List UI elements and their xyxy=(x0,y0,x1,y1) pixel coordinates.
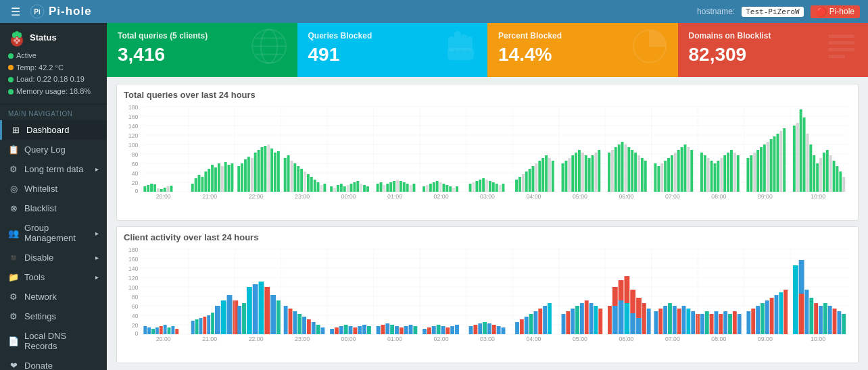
svg-rect-412 xyxy=(819,306,823,334)
svg-rect-156 xyxy=(571,155,574,192)
svg-rect-155 xyxy=(568,158,571,192)
sidebar-item-long-term[interactable]: ⚙ Long term data ▸ xyxy=(0,159,107,179)
svg-rect-375 xyxy=(636,318,642,334)
svg-rect-189 xyxy=(700,153,703,192)
svg-rect-50 xyxy=(153,184,156,192)
svg-rect-143 xyxy=(522,174,525,192)
svg-rect-195 xyxy=(720,158,723,192)
svg-text:60: 60 xyxy=(132,161,139,167)
svg-rect-280 xyxy=(151,329,155,334)
svg-rect-177 xyxy=(654,163,657,192)
svg-rect-76 xyxy=(260,147,263,192)
sidebar-item-whitelist[interactable]: ◎ Whitelist xyxy=(0,179,107,199)
svg-rect-60 xyxy=(204,171,207,192)
svg-rect-118 xyxy=(412,184,415,192)
svg-rect-152 xyxy=(552,161,554,192)
svg-rect-366 xyxy=(612,287,618,306)
svg-rect-77 xyxy=(264,146,266,192)
sidebar-item-donate[interactable]: ❤ Donate xyxy=(0,356,107,370)
sidebar-item-blacklist[interactable]: ⊗ Blacklist xyxy=(0,199,107,218)
svg-rect-166 xyxy=(611,150,614,192)
svg-rect-186 xyxy=(684,144,687,192)
svg-text:140: 140 xyxy=(128,123,139,130)
svg-rect-172 xyxy=(631,150,633,192)
sidebar-item-tools[interactable]: 📁 Tools ▸ xyxy=(0,267,107,287)
svg-rect-55 xyxy=(170,186,172,192)
tools-icon: 📁 xyxy=(8,272,19,282)
sidebar-item-network[interactable]: ⚙ Network xyxy=(0,287,107,307)
svg-rect-173 xyxy=(634,153,637,192)
svg-rect-174 xyxy=(637,155,640,192)
svg-rect-71 xyxy=(244,159,247,192)
svg-rect-202 xyxy=(750,155,752,192)
svg-rect-359 xyxy=(575,306,579,334)
svg-rect-115 xyxy=(403,182,406,192)
svg-rect-408 xyxy=(799,294,804,334)
temp-dot xyxy=(8,65,14,70)
chart2-svg: 180 160 140 120 100 80 60 40 20 0 xyxy=(124,246,851,341)
status-title: Status xyxy=(30,32,57,43)
svg-rect-349 xyxy=(520,319,524,334)
svg-rect-348 xyxy=(515,322,519,334)
sidebar-item-label: Settings xyxy=(24,311,56,321)
svg-rect-383 xyxy=(677,309,681,334)
svg-rect-320 xyxy=(358,326,362,334)
hamburger-menu[interactable]: ☰ xyxy=(8,3,23,21)
sidebar-item-label: Dashboard xyxy=(26,125,70,135)
svg-text:23:00: 23:00 xyxy=(295,336,310,341)
settings-icon: ⚙ xyxy=(8,311,19,321)
svg-rect-51 xyxy=(157,188,160,192)
svg-rect-119 xyxy=(423,186,425,192)
svg-rect-324 xyxy=(381,325,385,334)
svg-rect-215 xyxy=(800,109,802,192)
svg-rect-328 xyxy=(400,327,404,334)
svg-rect-310 xyxy=(307,319,311,334)
svg-text:100: 100 xyxy=(128,284,139,291)
svg-rect-341 xyxy=(473,325,477,334)
svg-text:08:00: 08:00 xyxy=(711,336,726,341)
svg-rect-379 xyxy=(658,309,662,334)
sidebar-item-local-dns[interactable]: 📄 Local DNS Records xyxy=(0,326,107,356)
svg-rect-413 xyxy=(823,303,827,334)
svg-rect-184 xyxy=(677,150,680,192)
svg-rect-116 xyxy=(406,184,409,192)
svg-rect-56 xyxy=(191,184,194,192)
sidebar-item-query-log[interactable]: 📋 Query Log xyxy=(0,140,107,159)
sidebar-item-dashboard[interactable]: ⊞ Dashboard xyxy=(0,120,107,140)
svg-text:140: 140 xyxy=(128,265,139,272)
svg-rect-372 xyxy=(630,290,635,313)
sidebar-item-disable[interactable]: ◾ Disable ▸ xyxy=(0,248,107,267)
svg-rect-318 xyxy=(349,326,353,334)
svg-text:03:00: 03:00 xyxy=(480,193,495,199)
svg-text:21:00: 21:00 xyxy=(202,336,217,341)
status-active-text: Active xyxy=(16,50,37,62)
sidebar-item-group-management[interactable]: 👥 Group Management ▸ xyxy=(0,218,107,248)
svg-rect-164 xyxy=(598,150,600,192)
svg-rect-406 xyxy=(793,265,798,334)
svg-text:08:00: 08:00 xyxy=(711,193,726,199)
chevron-down-icon: ▸ xyxy=(95,273,99,281)
svg-rect-323 xyxy=(377,326,381,334)
svg-rect-393 xyxy=(723,311,727,334)
group-icon: 👥 xyxy=(8,228,19,238)
svg-rect-334 xyxy=(432,326,436,334)
svg-rect-108 xyxy=(380,182,383,192)
svg-rect-295 xyxy=(227,295,233,334)
hostname-value: Test-PiZeroW xyxy=(742,7,803,17)
svg-rect-176 xyxy=(644,161,647,192)
sidebar-item-settings[interactable]: ⚙ Settings xyxy=(0,307,107,326)
svg-rect-344 xyxy=(487,323,491,334)
svg-rect-332 xyxy=(423,329,427,334)
svg-rect-308 xyxy=(297,314,302,334)
svg-rect-351 xyxy=(529,314,533,334)
svg-rect-417 xyxy=(842,314,846,334)
svg-rect-355 xyxy=(548,303,552,334)
svg-rect-399 xyxy=(756,306,760,334)
top-header: ☰ Pi Pi-hole hostname: Test-PiZeroW 🔴 Pi… xyxy=(0,0,868,23)
hostname-label: hostname: xyxy=(697,7,735,16)
svg-rect-388 xyxy=(700,314,704,334)
svg-rect-343 xyxy=(483,322,487,334)
svg-text:21:00: 21:00 xyxy=(202,193,217,199)
svg-rect-294 xyxy=(221,300,226,334)
svg-rect-161 xyxy=(588,158,591,192)
